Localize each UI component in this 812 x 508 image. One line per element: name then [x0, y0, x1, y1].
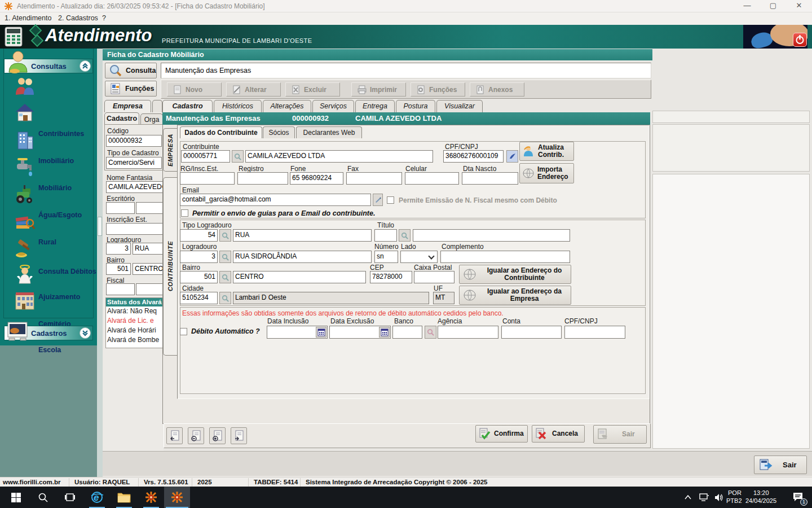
cpf-input[interactable]: 36806276000109 [443, 150, 504, 163]
cep-input[interactable]: 78278000 [370, 271, 412, 283]
cpf-tool-button[interactable] [506, 150, 518, 163]
email-edit-button[interactable] [373, 194, 383, 206]
permite-emissao-checkbox[interactable] [387, 196, 394, 204]
importa-endereco-button[interactable]: ImportaEndereço [519, 163, 574, 183]
titulo-input[interactable] [413, 229, 570, 242]
caixa-postal-input[interactable] [414, 271, 454, 283]
conta-input[interactable] [501, 326, 562, 339]
escritorio-input[interactable] [136, 202, 164, 214]
email-input[interactable]: contabil_garcia@hotmail.com [180, 194, 371, 206]
tray-volume-icon[interactable] [712, 487, 726, 508]
toolbar-funcoes-button[interactable]: Funções [411, 82, 465, 97]
power-button[interactable] [793, 33, 807, 47]
alterar-button[interactable]: Alterar [226, 82, 281, 97]
side-tab-empresa[interactable]: EMPRESA [163, 128, 177, 172]
subtab-socios[interactable]: Sócios [263, 126, 295, 138]
anexos-button[interactable]: Anexos [470, 82, 524, 97]
logradouro-num-input[interactable]: 3 [180, 251, 218, 263]
mtab-visualizar[interactable]: Visualizar [436, 100, 483, 112]
tipo-logradouro-search[interactable] [219, 229, 231, 242]
menu-cadastros[interactable]: 2. Cadastros [58, 14, 98, 22]
lp-logradouro-num-input[interactable]: 3 [106, 243, 131, 255]
menu-help[interactable]: ? [102, 14, 106, 22]
consultas-collapse-button[interactable] [80, 60, 91, 72]
complemento-input[interactable] [440, 251, 570, 263]
contribuinte-name-input[interactable]: CAMILA AZEVEDO LTDA [245, 150, 433, 163]
novo-button[interactable]: Novo [167, 82, 222, 97]
fiscal-num-input[interactable] [106, 283, 135, 295]
lado-dropdown[interactable] [400, 251, 438, 263]
dialog-sair-button[interactable]: Sair [593, 425, 647, 444]
file-explorer-icon[interactable] [113, 487, 135, 508]
maximize-button[interactable]: ▢ [760, 0, 786, 12]
registro-input[interactable] [237, 172, 288, 185]
envio-guias-checkbox[interactable] [181, 209, 188, 217]
mtab-cadastro[interactable]: Cadastro [162, 100, 213, 112]
dta-input[interactable] [462, 172, 518, 185]
escritorio-num-input[interactable] [106, 202, 135, 214]
tray-clock-date[interactable]: 24/04/2025 [745, 497, 776, 504]
mtab-historicos[interactable]: Históricos [214, 100, 262, 112]
mtab-entrega[interactable]: Entrega [355, 100, 395, 112]
minimize-button[interactable]: — [734, 0, 760, 12]
banco-input[interactable] [392, 326, 422, 339]
mtab-alteracoes[interactable]: Alterações [263, 100, 311, 112]
igualar-contribuinte-button[interactable]: Igualar ao Endereço doContribuinte [459, 265, 571, 284]
contribuinte-search-button[interactable] [232, 150, 244, 163]
fiscal-input[interactable] [136, 283, 164, 295]
nav-next-button[interactable] [209, 427, 226, 444]
subtab-dados[interactable]: Dados do Contribuinte [180, 126, 262, 138]
tipo-logradouro-num-input[interactable]: 54 [180, 229, 218, 242]
tray-network-icon[interactable] [697, 487, 710, 508]
left-tab-cadastro[interactable]: Cadastro [104, 112, 139, 124]
debito-cpf-input[interactable] [564, 326, 625, 339]
side-tab-contribuinte[interactable]: CONTRIBUINTE [163, 177, 177, 356]
nome-fantasia-input[interactable]: CAMILA AZEVEDO LTDA [106, 181, 164, 193]
lp-logradouro-input[interactable]: RUA [133, 243, 164, 255]
funcoes-button[interactable]: Funções [105, 81, 157, 97]
igualar-empresa-button[interactable]: Igualar ao Endereço daEmpresa [459, 286, 571, 305]
form-name-field[interactable]: Manutenção das Empresas [161, 63, 651, 78]
bairro-search[interactable] [219, 271, 231, 283]
nav-prev-button[interactable] [188, 427, 204, 444]
tipo-logradouro-input[interactable]: RUA [233, 229, 372, 242]
fiorilli-app-icon[interactable] [140, 487, 162, 508]
confirma-button[interactable]: Confirma [475, 425, 528, 443]
codigo-input[interactable]: 000000932 [106, 135, 162, 147]
debito-automatico-checkbox[interactable] [180, 328, 187, 335]
uf-input[interactable]: MT [433, 292, 454, 304]
internet-explorer-icon[interactable]: e [86, 487, 108, 508]
bairro-num-input[interactable]: 501 [180, 271, 218, 283]
sidebar-scrollbar[interactable] [97, 49, 103, 480]
inscricao-input[interactable] [106, 223, 164, 235]
cidade-input[interactable]: Lambari D Oeste [233, 292, 429, 304]
notification-icon[interactable]: 1 [788, 487, 809, 508]
tray-clock-time[interactable]: 13:20 [753, 489, 769, 496]
titulo-search[interactable] [399, 229, 411, 242]
celular-input[interactable] [405, 172, 459, 185]
mtab-postura[interactable]: Postura [396, 100, 435, 112]
taskbar-search-icon[interactable] [32, 487, 54, 508]
atualiza-contrib-button[interactable]: AtualizaContrib. [519, 142, 574, 161]
cidade-num-input[interactable]: 5105234 [180, 292, 218, 304]
menu-atendimento[interactable]: 1. Atendimento [5, 14, 51, 22]
main-sair-button[interactable]: Sair [754, 456, 807, 474]
cadastros-expand-button[interactable] [80, 327, 91, 339]
data-inclusao-calendar-button[interactable] [316, 327, 326, 338]
subtab-declarantes[interactable]: Declarantes Web [296, 126, 362, 138]
nav-last-button[interactable] [231, 427, 247, 444]
logradouro-search[interactable] [219, 251, 231, 263]
fone-input[interactable]: 65 96809224 [290, 172, 343, 185]
rg-input[interactable] [180, 172, 235, 185]
consulta-button[interactable]: Consulta [105, 63, 157, 78]
lp-bairro-num-input[interactable]: 501 [106, 263, 131, 275]
close-button[interactable]: ✕ [786, 0, 812, 12]
numero-input[interactable]: sn [374, 251, 398, 263]
excluir-button[interactable]: Excluir [285, 82, 340, 97]
tipo-cadastro-input[interactable]: Comercio/Servi [106, 157, 162, 169]
start-button[interactable] [5, 487, 27, 508]
task-view-icon[interactable] [59, 487, 81, 508]
fiorilli-app-icon-active[interactable] [164, 487, 190, 508]
lp-bairro-input[interactable]: CENTRO [133, 263, 164, 275]
tray-language[interactable]: POR [728, 489, 742, 496]
